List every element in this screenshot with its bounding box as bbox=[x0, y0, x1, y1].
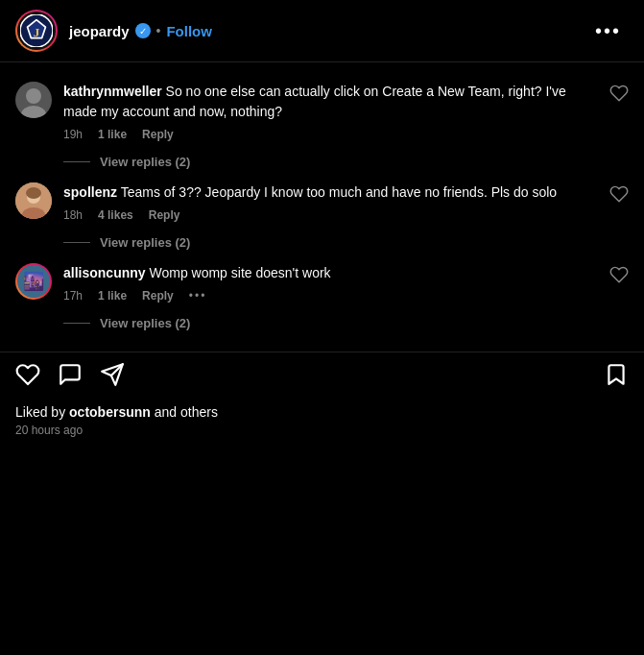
comment-username[interactable]: kathrynmweller bbox=[63, 84, 162, 99]
share-button[interactable] bbox=[100, 362, 125, 391]
comment-body: spollenz Teams of 3?? Jeopardy I know to… bbox=[63, 182, 598, 222]
comment-username[interactable]: allisoncunny bbox=[63, 265, 146, 280]
comment-body: allisoncunny Womp womp site doesn't work… bbox=[63, 263, 598, 303]
avatar-ring[interactable]: J bbox=[15, 10, 58, 52]
dot-separator: • bbox=[156, 23, 161, 38]
share-action-icon bbox=[100, 362, 125, 387]
jeopardy-logo-icon: J bbox=[20, 14, 53, 47]
comment-text: spollenz Teams of 3?? Jeopardy I know to… bbox=[63, 182, 598, 203]
comment-like-button[interactable] bbox=[609, 182, 629, 207]
view-replies-button[interactable]: View replies (2) bbox=[0, 149, 644, 175]
comment-time: 18h bbox=[63, 208, 83, 222]
avatar-inner: 🌆 bbox=[17, 265, 50, 298]
comment-time: 19h bbox=[63, 128, 83, 141]
action-bar bbox=[0, 352, 644, 400]
like-button[interactable] bbox=[15, 362, 40, 391]
comment-username[interactable]: spollenz bbox=[63, 184, 117, 200]
comment-likes[interactable]: 4 likes bbox=[98, 208, 133, 222]
save-button[interactable] bbox=[604, 362, 629, 391]
svg-point-3 bbox=[26, 88, 41, 104]
comment-item: spollenz Teams of 3?? Jeopardy I know to… bbox=[0, 175, 644, 230]
heart-action-icon bbox=[15, 362, 40, 387]
post-header: J jeopardy ✓ • Follow ••• bbox=[0, 0, 644, 62]
comment-time: 17h bbox=[63, 289, 83, 303]
comment-like-button[interactable] bbox=[609, 82, 629, 107]
post-timestamp: 20 hours ago bbox=[15, 424, 629, 437]
more-options-button[interactable]: ••• bbox=[587, 16, 629, 46]
heart-icon bbox=[609, 184, 629, 204]
comment-reply-button[interactable]: Reply bbox=[142, 128, 174, 141]
comment-text: allisoncunny Womp womp site doesn't work bbox=[63, 263, 598, 283]
comment-meta: 17h 1 like Reply ••• bbox=[63, 289, 598, 303]
comment-more-button[interactable]: ••• bbox=[189, 289, 207, 303]
verified-badge-icon: ✓ bbox=[135, 23, 151, 38]
avatar bbox=[15, 182, 52, 219]
avatar-inner: J bbox=[17, 12, 56, 50]
svg-point-4 bbox=[21, 106, 46, 118]
avatar: 🌆 bbox=[15, 263, 52, 300]
bookmark-action-icon bbox=[604, 362, 629, 387]
comment-item: 🌆 allisoncunny Womp womp site doesn't wo… bbox=[0, 255, 644, 310]
comment-likes[interactable]: 1 like bbox=[98, 128, 127, 141]
header-info: jeopardy ✓ • Follow bbox=[69, 23, 587, 39]
reply-line bbox=[63, 323, 90, 324]
heart-icon bbox=[609, 84, 629, 103]
comment-button[interactable] bbox=[58, 362, 83, 391]
action-icons bbox=[15, 362, 604, 391]
comment-reply-button[interactable]: Reply bbox=[149, 208, 180, 222]
comment-meta: 19h 1 like Reply bbox=[63, 128, 598, 141]
follow-button[interactable]: Follow bbox=[166, 23, 212, 39]
user-avatar-icon bbox=[15, 82, 52, 118]
comment-content: Teams of 3?? Jeopardy I know too much an… bbox=[121, 184, 558, 200]
liked-by-prefix: Liked by bbox=[15, 404, 69, 420]
comment-content: Womp womp site doesn't work bbox=[149, 265, 330, 280]
comment-reply-button[interactable]: Reply bbox=[142, 289, 174, 303]
comment-item: kathrynmweller So no one else can actual… bbox=[0, 74, 644, 149]
comment-text: kathrynmweller So no one else can actual… bbox=[63, 82, 598, 122]
view-replies-button[interactable]: View replies (2) bbox=[0, 310, 644, 336]
view-replies-button[interactable]: View replies (2) bbox=[0, 230, 644, 255]
comments-section: kathrynmweller So no one else can actual… bbox=[0, 62, 644, 348]
liked-by-text: Liked by octobersunn and others bbox=[15, 404, 629, 420]
view-replies-text: View replies (2) bbox=[100, 155, 190, 169]
view-replies-text: View replies (2) bbox=[100, 235, 190, 250]
post-footer: Liked by octobersunn and others 20 hours… bbox=[0, 400, 644, 452]
view-replies-text: View replies (2) bbox=[100, 316, 190, 330]
comment-meta: 18h 4 likes Reply bbox=[63, 208, 598, 222]
reply-line bbox=[63, 161, 90, 162]
avatar bbox=[15, 82, 52, 118]
liked-by-user[interactable]: octobersunn bbox=[69, 404, 151, 420]
account-username[interactable]: jeopardy bbox=[69, 23, 130, 39]
liked-by-suffix: and others bbox=[151, 404, 218, 420]
svg-text:J: J bbox=[34, 25, 40, 39]
comment-action-icon bbox=[58, 362, 83, 387]
comment-likes[interactable]: 1 like bbox=[98, 289, 127, 303]
reply-line bbox=[63, 242, 90, 243]
heart-icon bbox=[609, 265, 629, 284]
comment-like-button[interactable] bbox=[609, 263, 629, 288]
comment-body: kathrynmweller So no one else can actual… bbox=[63, 82, 598, 141]
user-avatar-icon bbox=[15, 182, 52, 219]
svg-point-8 bbox=[26, 187, 41, 199]
